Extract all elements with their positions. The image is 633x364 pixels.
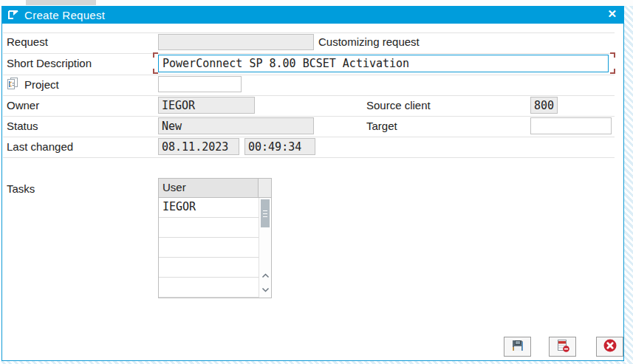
request-field [158, 34, 314, 50]
thumb-grip [263, 213, 267, 214]
window-minus-icon [555, 338, 571, 356]
project-label: Project [24, 78, 59, 91]
target-input[interactable] [530, 117, 612, 134]
focus-corner [610, 69, 615, 74]
screen: Create Request ✕ Request Customizing req… [0, 0, 633, 364]
scroll-down-icon[interactable] [259, 284, 271, 295]
modal-window-icon [7, 10, 20, 20]
source-client-label: Source client [366, 99, 431, 111]
task-user-cell[interactable]: IEGOR [159, 198, 259, 218]
source-client-field [530, 97, 558, 114]
status-label: Status [7, 120, 38, 132]
row-separator [3, 137, 615, 137]
project-document-icon [6, 77, 19, 90]
status-field [158, 117, 314, 134]
background-pattern-right [624, 6, 633, 361]
target-label: Target [366, 120, 397, 132]
focus-corner [153, 52, 158, 58]
row-separator [3, 157, 615, 158]
thumb-grip [263, 216, 267, 217]
background-pattern-bottom [0, 361, 633, 364]
cancel-button[interactable] [596, 337, 623, 357]
focus-corner [153, 69, 158, 74]
row-separator [3, 32, 615, 33]
tasks-table-header: User [159, 179, 271, 198]
project-input[interactable] [158, 76, 242, 92]
scroll-up-icon[interactable] [259, 269, 271, 281]
underlying-window-strip [0, 0, 633, 6]
owner-label: Owner [7, 99, 39, 111]
focus-corner [610, 52, 615, 58]
dialog-title: Create Request [24, 9, 105, 21]
short-description-input[interactable] [158, 55, 609, 72]
row-separator [3, 116, 615, 117]
row-separator [3, 53, 615, 54]
scrollbar-thumb[interactable] [261, 199, 270, 227]
underlying-window-tab [26, 0, 96, 5]
dialog-titlebar[interactable]: Create Request ✕ [1, 6, 624, 24]
task-user-cell[interactable] [159, 278, 259, 298]
vertical-scrollbar[interactable] [259, 198, 271, 298]
user-column-header: User [159, 179, 259, 198]
owner-field [158, 97, 255, 114]
thumb-grip [263, 210, 267, 211]
tasks-label: Tasks [7, 182, 35, 195]
last-changed-label: Last changed [7, 140, 73, 153]
row-separator [3, 75, 615, 75]
delete-request-button[interactable] [549, 337, 576, 357]
task-user-cell[interactable] [159, 258, 259, 278]
task-user-cell[interactable] [159, 218, 259, 238]
tasks-table: User IEGOR [158, 178, 272, 298]
row-separator [3, 95, 615, 96]
red-x-icon [603, 338, 617, 356]
create-request-dialog: Create Request ✕ Request Customizing req… [1, 6, 624, 361]
short-description-label: Short Description [7, 57, 92, 69]
floppy-disk-icon [510, 338, 525, 356]
close-icon[interactable]: ✕ [607, 7, 617, 21]
request-label: Request [7, 35, 48, 48]
table-header-corner [259, 179, 271, 198]
last-changed-time-field [244, 138, 315, 155]
last-changed-date-field [158, 138, 239, 155]
task-user-cell[interactable] [159, 238, 259, 258]
save-button[interactable] [504, 337, 531, 357]
request-type-text: Customizing request [318, 35, 420, 48]
